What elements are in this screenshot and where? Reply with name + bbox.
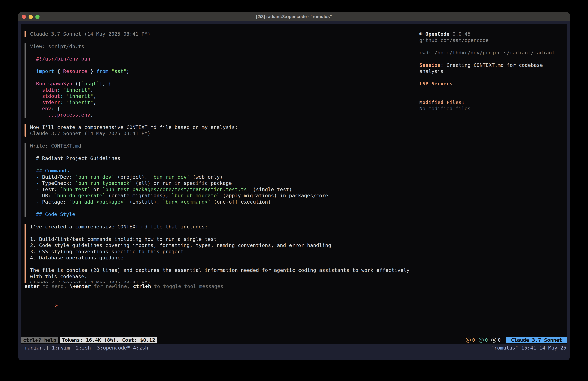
hint-segment: for newline, — [91, 283, 133, 289]
model-badge[interactable]: Claude 3.7 Sonnet — [506, 337, 567, 343]
text-segment: © OpenCode — [419, 31, 450, 37]
status-left: ctrl+? helpTokens: 16.4K (8%), Cost: $0.… — [21, 337, 157, 343]
composer-divider — [24, 291, 566, 291]
text-segment: Session — [419, 62, 441, 68]
text-segment: (project), — [114, 174, 150, 180]
chat-line: View: script/db.ts — [30, 43, 129, 49]
text-segment: Now I'll create a comprehensive CONTEXT.… — [30, 124, 238, 130]
block-lines: View: script/db.ts #!/usr/bin/env bun im… — [30, 43, 129, 118]
text-segment: from — [96, 68, 108, 74]
text-segment: - — [30, 180, 42, 186]
text-segment: , — [90, 87, 93, 93]
text-segment: analysis — [419, 68, 443, 74]
window-titlebar[interactable]: [2/3] radiant:3:opencode - "romulus" — [18, 12, 570, 21]
text-segment: 1. Build/lint/test commands including ho… — [30, 236, 217, 242]
chat-line: Bun.spawnSync([`psql`], { — [30, 81, 129, 87]
chat-block: Now I'll create a comprehensive CONTEXT.… — [24, 124, 419, 136]
sidebar-line — [419, 93, 567, 99]
chat-line: stderr: "inherit", — [30, 99, 129, 106]
text-segment: (apply migrations) in packages/core — [220, 193, 328, 198]
prompt-caret: > — [55, 303, 58, 308]
text-segment: Build/Dev: — [42, 174, 75, 180]
chat-line: 2. Code style guidelines covering import… — [30, 242, 410, 248]
minimize-button[interactable] — [29, 15, 33, 19]
chat-block: Claude 3.7 Sonnet (14 May 2025 03:41 PM) — [24, 31, 419, 37]
chat-line: - TypeCheck: `bun run typecheck` (all) o… — [30, 180, 328, 186]
text-segment: ## Code Style — [30, 211, 75, 217]
chat-block: Write: CONTEXT.md # Radiant Project Guid… — [24, 143, 419, 217]
chat-line — [30, 205, 328, 211]
text-segment: `bun run dev` — [75, 174, 114, 180]
text-segment: { — [54, 106, 60, 112]
block-lines: Claude 3.7 Sonnet (14 May 2025 03:41 PM) — [30, 31, 150, 37]
sidebar-line: © OpenCode 0.0.45 — [419, 31, 567, 37]
text-segment: (web only) — [189, 174, 223, 180]
chat-block: View: script/db.ts #!/usr/bin/env bun im… — [24, 43, 419, 118]
text-segment: (install), — [126, 199, 163, 205]
chat-line: with this codebase. — [30, 273, 410, 280]
zoom-button[interactable] — [35, 15, 40, 19]
text-segment: , — [93, 99, 96, 105]
block-lines: Write: CONTEXT.md # Radiant Project Guid… — [30, 143, 328, 217]
text-segment: LSP Servers — [419, 81, 452, 87]
text-segment: `psql` — [81, 81, 99, 87]
chat-line: import { Resource } from "sst"; — [30, 68, 129, 74]
text-segment: I've created a comprehensive CONTEXT.md … — [30, 224, 208, 230]
sidebar-line — [419, 74, 567, 81]
text-segment — [60, 87, 63, 93]
text-segment — [108, 68, 111, 74]
chat-line: Claude 3.7 Sonnet (14 May 2025 03:41 PM) — [30, 130, 238, 136]
text-segment: TypeCheck: — [42, 180, 75, 186]
text-segment: Bun.spawnSync — [30, 81, 75, 87]
text-segment: "inherit" — [66, 93, 93, 99]
tmux-window-item-active[interactable]: 3:opencode* — [94, 344, 130, 351]
text-segment: 4. Database operations guidance — [30, 255, 124, 261]
chat-line — [30, 230, 410, 236]
traffic-lights — [22, 15, 40, 19]
text-segment: , — [90, 112, 93, 118]
text-segment: "inherit" — [63, 87, 90, 93]
tmux-window-item[interactable]: 1:nvim — [52, 344, 73, 351]
chat-line: 4. Database operations guidance — [30, 255, 410, 261]
tmux-window-item[interactable]: 2:zsh- — [73, 344, 94, 351]
terminal-area: Claude 3.7 Sonnet (14 May 2025 03:41 PM)… — [18, 21, 570, 360]
chat-line — [30, 161, 328, 168]
sidebar: © OpenCode 0.0.45github.com/sst/opencode… — [419, 24, 567, 283]
text-segment: #!/usr/bin/env bun — [30, 56, 90, 62]
chat-line — [30, 62, 129, 68]
text-segment: : Creating CONTEXT.md for codebase — [441, 62, 543, 68]
sidebar-line: github.com/sst/opencode — [419, 37, 567, 44]
text-segment: Claude 3.7 Sonnet (14 May 2025 03:41 PM) — [30, 131, 150, 136]
sidebar-line — [419, 56, 567, 62]
hint-segment: enter — [24, 283, 40, 289]
chat-line: - Test: `bun test` or `bun test packages… — [30, 186, 328, 193]
tokens-cost-chip: Tokens: 16.4K (8%), Cost: $0.12 — [60, 337, 157, 343]
text-segment: # Radiant Project Guidelines — [30, 155, 120, 161]
prompt-input[interactable]: > — [24, 296, 566, 315]
tmux-window-item[interactable]: 4:zsh — [130, 344, 148, 351]
text-segment: ([ — [75, 81, 81, 87]
text-segment: { — [54, 68, 63, 74]
close-button[interactable] — [22, 15, 26, 19]
chat-line: - Build/Dev: `bun run dev` (project), `b… — [30, 174, 328, 180]
chat-line: Now I'll create a comprehensive CONTEXT.… — [30, 124, 238, 131]
block-lines: Now I'll create a comprehensive CONTEXT.… — [30, 124, 238, 136]
chat-line: ## Commands — [30, 168, 328, 174]
block-accent-bar — [24, 43, 26, 118]
chat-line: The file is concise (20 lines) and captu… — [30, 267, 410, 273]
composer-hint: enter to send, \+enter for newline, ctrl… — [24, 283, 566, 290]
diagnostic-warnings-count: 0 — [472, 337, 475, 343]
text-segment: `bun add <package>` — [69, 199, 126, 205]
text-segment: Resource — [63, 68, 87, 74]
opencode-app: Claude 3.7 Sonnet (14 May 2025 03:41 PM)… — [21, 24, 567, 344]
sidebar-line: cwd: /home/thdxr/dev/projects/radiant/ra… — [419, 49, 567, 56]
text-segment: : — [57, 87, 60, 93]
diagnostic-warnings-icon: w — [466, 337, 471, 343]
block-accent-bar — [24, 124, 26, 136]
sidebar-line: LSP Servers — [419, 81, 567, 87]
text-segment: ## Commands — [30, 168, 69, 174]
text-segment: : — [60, 99, 63, 105]
chat-line: env: { — [30, 105, 129, 112]
text-segment — [63, 93, 66, 99]
chat-line: Claude 3.7 Sonnet (14 May 2025 03:41 PM) — [30, 31, 150, 37]
